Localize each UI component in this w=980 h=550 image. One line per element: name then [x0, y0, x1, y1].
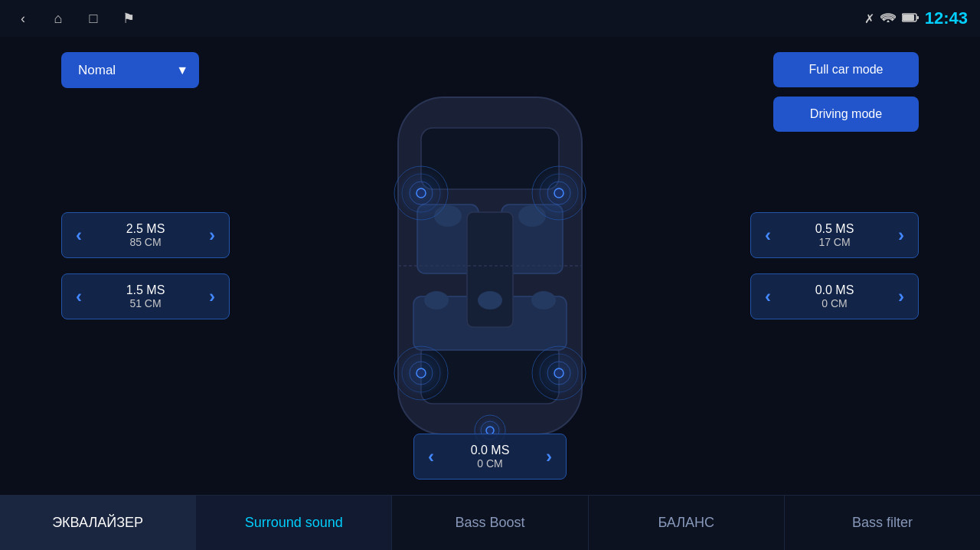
back-icon[interactable]: ‹: [12, 8, 34, 29]
tab-surround-sound[interactable]: Surround sound: [196, 496, 392, 550]
wifi-icon: [880, 11, 896, 25]
battery-icon: [902, 11, 919, 25]
status-icons: ✗ 12:43: [864, 8, 968, 28]
tab-bass-boost[interactable]: Bass Boost: [392, 496, 588, 550]
flag-icon[interactable]: ⚑: [118, 8, 139, 29]
tab-equalizer[interactable]: ЭКВАЛАЙЗЕР: [0, 496, 196, 550]
right-rear-ms: 0.0 MS: [815, 283, 854, 297]
bottom-center-ms: 0.0 MS: [471, 444, 510, 457]
nav-icons: ‹ ⌂ □ ⚑: [12, 8, 139, 29]
svg-rect-1: [916, 16, 919, 19]
window-icon[interactable]: □: [83, 8, 104, 29]
left-rear-ms: 1.5 MS: [126, 283, 165, 297]
home-icon[interactable]: ⌂: [47, 8, 69, 29]
status-time: 12:43: [925, 8, 968, 28]
svg-point-22: [554, 188, 564, 198]
right-rear-decrease-button[interactable]: ‹: [765, 286, 771, 307]
right-front-values: 0.5 MS 17 CM: [815, 222, 854, 248]
main-content: Nomal Custom Rock Pop Jazz ▼ Full car mo…: [0, 37, 980, 495]
bottom-center-increase-button[interactable]: ›: [546, 446, 552, 467]
preset-select[interactable]: Nomal Custom Rock Pop Jazz: [61, 52, 199, 88]
left-front-control: ‹ 2.5 MS 85 CM ›: [61, 212, 230, 258]
tab-bass-filter[interactable]: Bass filter: [785, 496, 980, 550]
left-rear-values: 1.5 MS 51 CM: [126, 283, 165, 309]
right-front-cm: 17 CM: [815, 236, 854, 248]
right-front-increase-button[interactable]: ›: [898, 224, 904, 246]
left-front-increase-button[interactable]: ›: [209, 224, 215, 246]
right-rear-increase-button[interactable]: ›: [898, 286, 904, 307]
status-bar: ‹ ⌂ □ ⚑ ✗ 12:43: [0, 0, 980, 37]
driving-mode-button[interactable]: Driving mode: [773, 97, 919, 132]
bottom-center-control: ‹ 0.0 MS 0 CM ›: [413, 434, 567, 480]
tab-bar: ЭКВАЛАЙЗЕР Surround sound Bass Boost БАЛ…: [0, 495, 980, 550]
svg-point-13: [478, 291, 502, 309]
mode-buttons: Full car mode Driving mode: [773, 52, 919, 132]
left-rear-cm: 51 CM: [126, 297, 165, 309]
right-front-decrease-button[interactable]: ‹: [765, 224, 771, 246]
svg-rect-9: [467, 212, 513, 327]
bluetooth-icon: ✗: [864, 11, 874, 26]
right-rear-cm: 0 CM: [815, 297, 854, 309]
left-front-values: 2.5 MS 85 CM: [126, 222, 165, 248]
bottom-center-control-box: ‹ 0.0 MS 0 CM ›: [413, 434, 567, 480]
left-front-ms: 2.5 MS: [126, 222, 165, 236]
left-rear-increase-button[interactable]: ›: [209, 286, 215, 307]
bottom-center-cm: 0 CM: [471, 457, 510, 470]
tab-balance[interactable]: БАЛАНС: [589, 496, 785, 550]
svg-point-30: [554, 368, 564, 378]
left-rear-control: ‹ 1.5 MS 51 CM ›: [61, 273, 230, 319]
left-rear-decrease-button[interactable]: ‹: [76, 286, 82, 307]
svg-point-12: [424, 291, 449, 309]
bottom-center-values: 0.0 MS 0 CM: [471, 444, 510, 470]
right-speaker-controls: ‹ 0.5 MS 17 CM › ‹ 0.0 MS 0 CM ›: [750, 212, 919, 319]
svg-point-14: [531, 291, 556, 309]
preset-dropdown-container[interactable]: Nomal Custom Rock Pop Jazz ▼: [61, 52, 199, 88]
svg-point-18: [416, 188, 426, 198]
svg-rect-2: [903, 15, 914, 21]
left-speaker-controls: ‹ 2.5 MS 85 CM › ‹ 1.5 MS 51 CM ›: [61, 212, 230, 319]
right-rear-control: ‹ 0.0 MS 0 CM ›: [750, 273, 919, 319]
left-front-decrease-button[interactable]: ‹: [76, 224, 82, 246]
right-front-control: ‹ 0.5 MS 17 CM ›: [750, 212, 919, 258]
right-front-ms: 0.5 MS: [815, 222, 854, 236]
full-car-mode-button[interactable]: Full car mode: [773, 52, 919, 87]
bottom-center-decrease-button[interactable]: ‹: [428, 446, 434, 467]
left-front-cm: 85 CM: [126, 236, 165, 248]
car-interior-visual: [352, 82, 628, 450]
right-rear-values: 0.0 MS 0 CM: [815, 283, 854, 309]
svg-point-26: [416, 368, 426, 378]
